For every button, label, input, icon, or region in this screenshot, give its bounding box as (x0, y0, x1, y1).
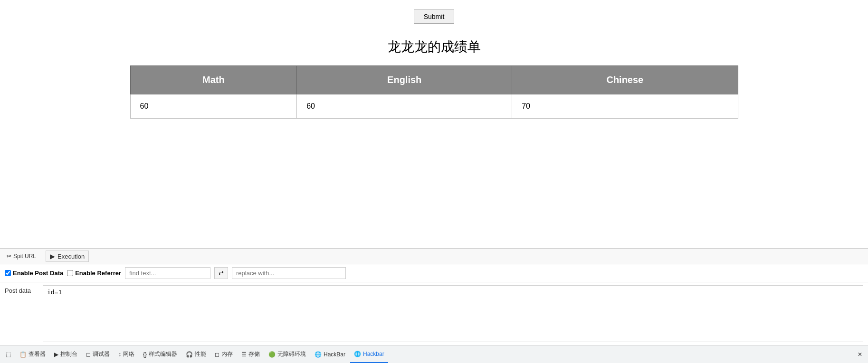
col-header-math: Math (130, 66, 297, 94)
cell-chinese: 70 (512, 94, 738, 119)
col-header-english: English (297, 66, 512, 94)
submit-button[interactable]: Submit (414, 9, 455, 24)
main-content: Submit 龙龙龙的成绩单 Math English Chinese 60 6… (0, 0, 868, 123)
cell-english: 60 (297, 94, 512, 119)
score-table: Math English Chinese 60 60 70 (130, 65, 738, 119)
table-row: 60 60 70 (130, 94, 738, 119)
page-title: 龙龙龙的成绩单 (388, 38, 481, 56)
col-header-chinese: Chinese (512, 66, 738, 94)
cell-math: 60 (130, 94, 297, 119)
